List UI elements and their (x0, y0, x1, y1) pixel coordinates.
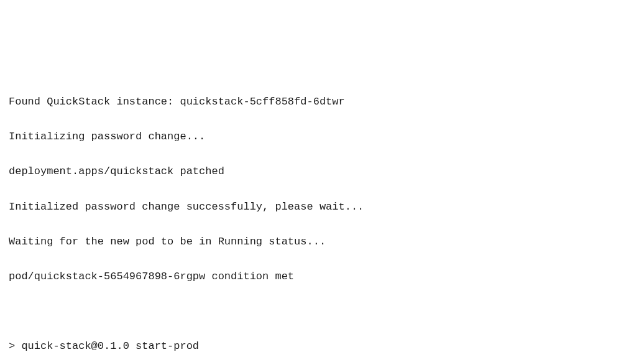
log-line: pod/quickstack-5654967898-6rgpw conditio… (9, 268, 635, 285)
log-line: Waiting for the new pod to be in Running… (9, 233, 635, 251)
log-line: Initialized password change successfully… (9, 198, 635, 216)
blank-line (9, 303, 635, 320)
npm-script-line: > quick-stack@0.1.0 start-prod (9, 338, 635, 352)
log-line: deployment.apps/quickstack patched (9, 163, 635, 180)
log-line: Found QuickStack instance: quickstack-5c… (9, 93, 635, 111)
terminal-output: Found QuickStack instance: quickstack-5c… (9, 76, 635, 352)
log-line: Initializing password change... (9, 128, 635, 146)
